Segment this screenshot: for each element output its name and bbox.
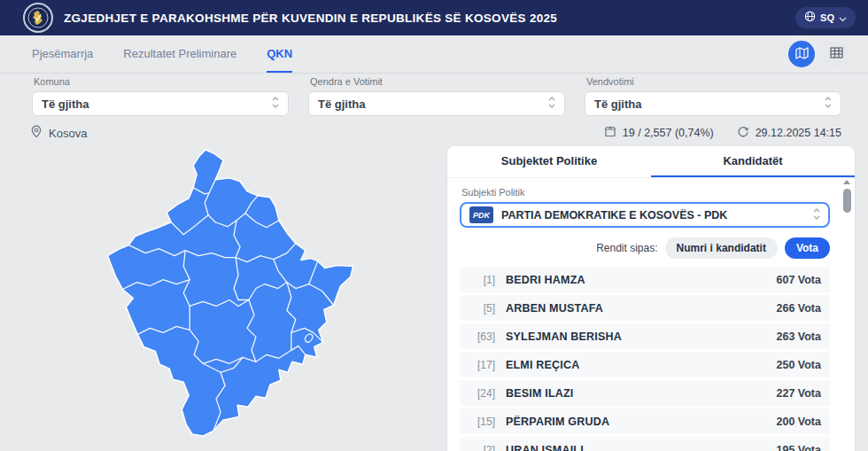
subject-politik-select[interactable]: PDK PARTIA DEMOKRATIKE E KOSOVËS - PDK — [460, 202, 830, 228]
tab-kandidatet[interactable]: Kandidatët — [651, 146, 855, 177]
language-selector[interactable]: SQ — [795, 7, 856, 28]
map-icon — [795, 47, 809, 62]
last-updated-value: 29.12.2025 14:15 — [756, 127, 841, 139]
candidate-name: BESIM ILAZI — [506, 387, 574, 400]
panel-scrollbar[interactable] — [841, 180, 852, 451]
filter-komuna-select[interactable]: Të gjitha — [32, 91, 289, 116]
filter-vendvotimi-label: Vendvotimi — [586, 76, 841, 87]
sort-by-candidate-number-button[interactable]: Numri i kandidatit — [665, 237, 778, 259]
kosovo-map[interactable] — [105, 143, 390, 451]
filter-vendvotimi: Vendvotimi Të gjitha — [585, 76, 841, 116]
filter-vendvotimi-select[interactable]: Të gjitha — [585, 91, 841, 116]
filter-qendra: Qendra e Votimit Të gjitha — [308, 76, 565, 116]
counted-value: 19 / 2,557 (0,74%) — [623, 127, 714, 139]
pdk-party-logo: PDK — [469, 206, 493, 223]
sort-by-label: Rendit sipas: — [596, 242, 657, 254]
results-panel: Subjektet Politike Kandidatët Subjekti P… — [447, 146, 855, 451]
app-header: ZGJEDHJET E PARAKOHSHME PËR KUVENDIN E R… — [0, 0, 868, 35]
candidate-row[interactable]: [63] SYLEJMAN BERISHA 263 Vota — [460, 323, 830, 349]
map-pin-icon — [30, 125, 43, 141]
up-down-chevrons-icon — [825, 96, 832, 112]
filters-row: Komuna Të gjitha Qendra e Votimit Të gji… — [32, 76, 841, 116]
filter-qendra-label: Qendra e Votimit — [310, 76, 565, 87]
kosovo-municipalities — [107, 150, 353, 436]
candidate-row[interactable]: [17] ELMI REÇICA 250 Vota — [460, 352, 830, 377]
candidate-votes: 200 Vota — [777, 416, 822, 428]
filter-qendra-value: Të gjitha — [318, 97, 365, 111]
filter-komuna-label: Komuna — [34, 76, 289, 87]
candidate-row[interactable]: [2] URAN ISMAILI 195 Vota — [460, 437, 830, 451]
candidate-number: [5] — [465, 302, 495, 315]
scrollbar-thumb[interactable] — [843, 189, 851, 213]
tab-qkn[interactable]: QKN — [267, 35, 292, 73]
sort-by-votes-button[interactable]: Vota — [785, 237, 830, 259]
translate-globe-icon — [804, 11, 816, 25]
candidate-name: SYLEJMAN BERISHA — [506, 330, 622, 343]
candidate-votes: 607 Vota — [777, 274, 822, 286]
up-down-chevrons-icon — [272, 96, 279, 112]
candidate-votes: 195 Vota — [777, 444, 822, 451]
sort-row: Rendit sipas: Numri i kandidatit Vota — [460, 237, 830, 259]
kqz-logo-icon — [23, 3, 53, 33]
refresh-icon[interactable] — [737, 126, 749, 141]
tab-pjesemarrja[interactable]: Pjesëmarrja — [32, 35, 93, 73]
election-results-page: { "header": { "title": "ZGJEDHJET E PARA… — [0, 0, 868, 451]
filter-komuna: Komuna Të gjitha — [32, 76, 289, 116]
candidate-row[interactable]: [24] BESIM ILAZI 227 Vota — [460, 380, 830, 406]
panel-body: Subjekti Politik PDK PARTIA DEMOKRATIKE … — [447, 178, 855, 451]
candidate-list: [1] BEDRI HAMZA 607 Vota [5] ARBEN MUSTA… — [460, 267, 830, 451]
location-label: Kosova — [49, 127, 87, 140]
candidate-name: BEDRI HAMZA — [506, 274, 585, 286]
candidate-number: [63] — [465, 330, 495, 343]
candidate-row[interactable]: [15] PËRPARIM GRUDA 200 Vota — [460, 408, 830, 434]
view-toggles — [788, 35, 849, 73]
tab-subjektet-politike[interactable]: Subjektet Politike — [447, 146, 651, 177]
chevron-down-icon — [839, 12, 847, 25]
candidate-number: [24] — [465, 387, 495, 400]
candidate-votes: 250 Vota — [777, 359, 822, 371]
page-title: ZGJEDHJET E PARAKOHSHME PËR KUVENDIN E R… — [64, 12, 557, 25]
candidate-number: [17] — [465, 359, 495, 371]
subject-politik-value: PARTIA DEMOKRATIKE E KOSOVËS - PDK — [501, 209, 727, 222]
language-code: SQ — [820, 12, 834, 23]
candidate-name: ARBEN MUSTAFA — [506, 302, 603, 315]
subject-politik-label: Subjekti Politik — [461, 187, 830, 198]
ballot-box-icon — [604, 126, 616, 140]
candidate-number: [2] — [465, 444, 495, 451]
status-row: Kosova 19 / 2,557 (0,74%) 29.12.2025 14:… — [30, 123, 841, 143]
map-view-button[interactable] — [788, 41, 815, 67]
location-group: Kosova — [30, 125, 87, 141]
up-down-chevrons-icon — [813, 207, 820, 223]
candidate-name: PËRPARIM GRUDA — [506, 416, 609, 428]
candidate-row[interactable]: [1] BEDRI HAMZA 607 Vota — [460, 267, 830, 292]
up-down-chevrons-icon — [548, 96, 555, 112]
panel-tabs: Subjektet Politike Kandidatët — [447, 146, 855, 178]
filter-komuna-value: Të gjitha — [42, 97, 89, 111]
scroll-up-icon[interactable] — [843, 180, 850, 184]
candidate-votes: 263 Vota — [777, 330, 822, 343]
candidate-votes: 227 Vota — [777, 387, 822, 400]
stats-group: 19 / 2,557 (0,74%) 29.12.2025 14:15 — [604, 126, 841, 141]
tab-rezultatet-preliminare[interactable]: Rezultatet Preliminare — [123, 35, 236, 73]
candidate-name: URAN ISMAILI — [506, 444, 584, 451]
candidate-row[interactable]: [5] ARBEN MUSTAFA 266 Vota — [460, 295, 830, 321]
candidate-number: [1] — [465, 274, 495, 286]
candidate-name: ELMI REÇICA — [506, 359, 579, 371]
table-icon — [830, 47, 843, 61]
candidate-votes: 266 Vota — [777, 302, 822, 315]
filter-qendra-select[interactable]: Të gjitha — [308, 91, 565, 116]
candidate-number: [15] — [465, 416, 495, 428]
filter-vendvotimi-value: Të gjitha — [594, 97, 641, 111]
table-view-button[interactable] — [824, 42, 849, 66]
main-tabbar: Pjesëmarrja Rezultatet Preliminare QKN — [0, 35, 868, 74]
